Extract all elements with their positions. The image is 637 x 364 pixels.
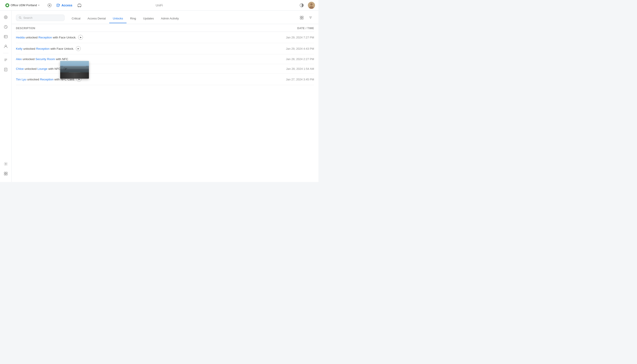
access-nav-label: Access (62, 4, 72, 7)
svg-rect-35 (300, 16, 301, 18)
svg-point-14 (4, 16, 7, 19)
svg-rect-31 (4, 174, 6, 175)
site-selector[interactable]: Office UDM Portland ▾ (4, 2, 41, 8)
sidebar-divider (3, 53, 9, 53)
nav-icons: Access (46, 1, 83, 9)
video-preview-tooltip (60, 61, 89, 79)
svg-rect-37 (300, 18, 301, 19)
location-link[interactable]: Lounge (37, 67, 47, 70)
chevron-down-icon: ▾ (38, 4, 39, 6)
site-name: Office UDM Portland (11, 4, 37, 7)
play-video-btn[interactable]: ▶ (76, 46, 81, 51)
svg-rect-17 (4, 35, 7, 38)
svg-point-1 (49, 5, 50, 6)
topbar: Office UDM Portland ▾ Access (0, 0, 318, 10)
sidebar-item-clients[interactable] (2, 42, 10, 50)
table-header: Description Date / Time (16, 24, 314, 32)
location-link[interactable]: Reception (39, 36, 52, 39)
person-link[interactable]: Chloe (16, 67, 24, 70)
row-description: Kelly unlocked Reception with Face Unloc… (16, 46, 265, 51)
sidebar-item-activity[interactable] (2, 23, 10, 31)
row-description: Chloe unlocked Lounge with NFC Card. (16, 67, 265, 70)
search-input[interactable] (24, 16, 62, 20)
table-row: Kelly unlocked Reception with Face Unloc… (16, 43, 314, 54)
sidebar-item-widget[interactable] (2, 170, 10, 178)
app-title: UniFi (156, 4, 163, 7)
svg-rect-32 (6, 174, 7, 175)
person-link[interactable]: Hedda (16, 36, 25, 39)
row-description: Tim Lyu unlocked Reception with NFC Card… (16, 77, 265, 82)
main-content: Critical Access Denial Unlocks Ring Upda… (12, 10, 318, 182)
search-box[interactable] (16, 14, 65, 21)
svg-line-34 (21, 18, 21, 19)
svg-rect-30 (6, 172, 7, 174)
search-icon (19, 16, 22, 19)
play-video-btn[interactable]: ▶ (78, 35, 83, 40)
location-link[interactable]: Security Room (35, 58, 55, 61)
tab-updates[interactable]: Updates (140, 15, 157, 23)
action-text: unlocked (27, 78, 39, 81)
svg-point-15 (5, 16, 7, 18)
theme-toggle-btn[interactable] (298, 2, 305, 9)
user-avatar[interactable] (308, 2, 315, 9)
view-toggle-btn[interactable] (298, 14, 305, 21)
action-text: unlocked (26, 36, 38, 39)
person-link[interactable]: Kelly (16, 47, 22, 50)
person-link[interactable]: Alex (16, 58, 22, 61)
action-text: unlocked (23, 47, 35, 50)
row-datetime: Jan 29, 2024 7:27 PM (265, 36, 314, 39)
svg-rect-29 (4, 172, 6, 174)
tab-unlocks[interactable]: Unlocks (109, 15, 126, 23)
location-link[interactable]: Reception (40, 78, 54, 81)
svg-point-28 (5, 164, 6, 164)
table-row: Alex unlocked Security Room with NFC Jan… (16, 54, 314, 64)
tab-ring[interactable]: Ring (126, 15, 140, 23)
vehicle-nav-btn[interactable] (75, 1, 83, 9)
filter-options-btn[interactable] (307, 14, 314, 21)
svg-rect-38 (302, 18, 303, 19)
main-layout: Critical Access Denial Unlocks Ring Upda… (0, 10, 318, 182)
sidebar-bottom (2, 160, 10, 179)
sidebar (0, 10, 12, 182)
tab-critical[interactable]: Critical (68, 15, 84, 23)
filter-bar: Critical Access Denial Unlocks Ring Upda… (12, 10, 318, 24)
protect-nav-btn[interactable] (46, 1, 54, 9)
sidebar-item-topology[interactable] (2, 33, 10, 41)
filter-bar-actions (298, 14, 314, 21)
topbar-left: Office UDM Portland ▾ Access (4, 1, 83, 9)
tab-access-denial[interactable]: Access Denial (84, 15, 109, 23)
method-text: with NFC (56, 58, 68, 61)
topbar-right (298, 2, 315, 9)
row-datetime: Jan 28, 2024 1:54 AM (265, 67, 314, 70)
site-status-dot (5, 3, 9, 7)
action-text: unlocked (23, 58, 35, 61)
person-link[interactable]: Tim Lyu (16, 78, 26, 81)
sidebar-item-logs[interactable] (2, 56, 10, 64)
sidebar-item-overview[interactable] (2, 13, 10, 21)
row-datetime: Jan 27, 2024 3:45 PM (265, 78, 314, 81)
table-row: Hedda unlocked Reception with Face Unloc… (16, 32, 314, 43)
method-text: with Face Unlock. (53, 36, 77, 39)
row-description: Alex unlocked Security Room with NFC (16, 58, 265, 61)
method-text: with Face Unlock. (50, 47, 74, 50)
video-scene (60, 61, 89, 79)
col-description-header: Description (16, 27, 265, 30)
svg-rect-36 (302, 16, 303, 18)
row-datetime: Jan 29, 2024 4:43 PM (265, 47, 314, 50)
row-description: Hedda unlocked Reception with Face Unloc… (16, 35, 265, 40)
location-link[interactable]: Reception (36, 47, 50, 50)
svg-point-20 (5, 45, 7, 46)
col-datetime-header: Date / Time (265, 27, 314, 30)
row-datetime: Jan 28, 2024 2:27 PM (265, 58, 314, 61)
action-text: unlocked (25, 67, 37, 70)
access-nav-item[interactable]: Access (54, 3, 75, 8)
table-container: Description Date / Time Hedda unlocked R… (12, 24, 318, 182)
tab-admin-activity[interactable]: Admin Activity (157, 15, 182, 23)
sidebar-item-settings[interactable] (2, 160, 10, 168)
svg-point-12 (310, 3, 313, 6)
svg-rect-2 (57, 4, 59, 7)
filter-tabs: Critical Access Denial Unlocks Ring Upda… (68, 15, 298, 23)
sidebar-item-reports[interactable] (2, 66, 10, 74)
